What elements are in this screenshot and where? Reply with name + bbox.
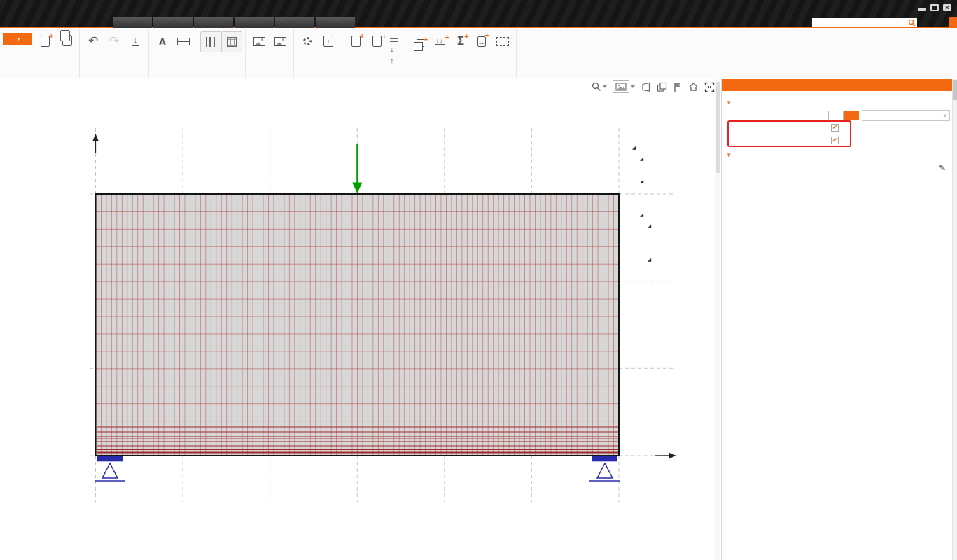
create-template-button[interactable] bbox=[345, 31, 366, 51]
template-manager-button[interactable] bbox=[390, 33, 400, 43]
tree-expander-icon[interactable]: ◢ bbox=[632, 142, 636, 153]
dimension-lines-button[interactable] bbox=[173, 31, 194, 51]
ribbon-tabs bbox=[113, 17, 355, 28]
image-view-button[interactable] bbox=[613, 80, 635, 93]
tab-report[interactable] bbox=[275, 17, 314, 28]
template-open-button[interactable]: ↑ bbox=[390, 55, 400, 66]
tree-item-members[interactable]: ◢ bbox=[629, 154, 716, 165]
uls-toggle-button[interactable] bbox=[828, 111, 844, 120]
detail-canvas[interactable] bbox=[0, 79, 721, 560]
ribbon-group-project-items: ▾ bbox=[0, 29, 80, 78]
search-input[interactable] bbox=[813, 18, 908, 27]
load-arrow-head[interactable] bbox=[352, 183, 363, 194]
info-button[interactable] bbox=[949, 17, 957, 28]
tree-expander-icon[interactable]: ◢ bbox=[648, 220, 651, 232]
manager-list-icon bbox=[390, 35, 398, 42]
minimize-icon[interactable] bbox=[918, 4, 926, 11]
tree-item-drm2[interactable]: ◢ bbox=[629, 143, 716, 154]
tab-tools[interactable] bbox=[194, 17, 233, 28]
tree-expander-icon[interactable]: ◢ bbox=[640, 209, 643, 220]
gallery-button[interactable] bbox=[270, 31, 291, 51]
model-entity-button[interactable] bbox=[408, 31, 429, 51]
perspective-icon bbox=[641, 82, 651, 92]
project-item-selector[interactable]: ▾ bbox=[3, 33, 32, 45]
tree-item-supports[interactable]: ◢ bbox=[629, 176, 716, 188]
template-save-button[interactable]: ↓ bbox=[390, 44, 400, 55]
limit-state-section-header[interactable]: ∨ bbox=[727, 99, 950, 106]
edit-pencil-icon[interactable]: ✎ bbox=[939, 163, 946, 173]
properties-header bbox=[722, 79, 957, 91]
grid-toggle-button[interactable] bbox=[221, 31, 242, 52]
tree-item-lc2[interactable] bbox=[629, 244, 716, 255]
scrollbar-thumb[interactable] bbox=[953, 80, 957, 100]
new-project-item-button[interactable] bbox=[34, 31, 55, 51]
load-case-button[interactable]: ↓↓ bbox=[429, 31, 450, 51]
support-left[interactable] bbox=[95, 456, 125, 481]
idea-statica-detail-window: × ▾ bbox=[0, 0, 957, 560]
new-picture-button[interactable] bbox=[249, 31, 270, 51]
rebar-assembly-button[interactable]: •• bbox=[471, 31, 492, 51]
tree-expander-icon[interactable]: ◢ bbox=[648, 254, 651, 265]
ribbon-group-label bbox=[405, 77, 516, 78]
redo-icon: ↷ bbox=[109, 36, 119, 47]
combination-button[interactable]: Σ bbox=[450, 31, 471, 51]
ribbon: ▾ ↶ ↷ ↓ bbox=[0, 29, 957, 78]
crack-width-checkbox[interactable] bbox=[831, 124, 839, 132]
dxf-import-button[interactable] bbox=[492, 31, 513, 51]
member-names-button[interactable]: A bbox=[152, 31, 173, 51]
combination-section-header[interactable]: ∨ bbox=[727, 152, 950, 158]
tree-expander-icon[interactable]: ◢ bbox=[640, 153, 643, 164]
tree-item-ps2[interactable] bbox=[629, 199, 716, 210]
calculate-button[interactable]: ± bbox=[318, 31, 339, 51]
flag-tool-button[interactable] bbox=[673, 82, 683, 92]
save-button[interactable]: ↓ bbox=[125, 31, 146, 51]
tree-item-load-cases[interactable]: ◢ bbox=[629, 221, 716, 232]
concrete-member[interactable] bbox=[96, 194, 620, 456]
apply-template-button[interactable] bbox=[366, 31, 387, 51]
tab-design[interactable] bbox=[153, 17, 193, 28]
properties-scrollbar[interactable] bbox=[952, 79, 957, 560]
new-document-icon bbox=[41, 36, 50, 47]
rebars-icon bbox=[206, 37, 216, 47]
cube-icon bbox=[417, 39, 424, 47]
tree-item-uls-combinations[interactable]: ◢ bbox=[629, 255, 716, 266]
canvas-scrollbar[interactable] bbox=[715, 79, 720, 560]
copy-icon bbox=[60, 35, 72, 48]
zoom-icon bbox=[592, 82, 601, 92]
close-icon[interactable]: × bbox=[943, 4, 951, 11]
zoom-fit-button[interactable] bbox=[704, 82, 715, 92]
support-right[interactable] bbox=[589, 456, 620, 481]
deflection-checkbox[interactable] bbox=[831, 136, 839, 144]
rebars-toggle-button[interactable] bbox=[200, 31, 221, 52]
properties-panel: ∨ ∨ bbox=[721, 79, 957, 560]
perspective-view-button[interactable] bbox=[641, 82, 651, 92]
zoom-tool-button[interactable] bbox=[592, 82, 607, 92]
tree-item-loads-and-combin[interactable]: ◢ bbox=[629, 210, 716, 221]
tree-item-ps1[interactable] bbox=[629, 188, 716, 199]
layers-view-button[interactable] bbox=[657, 82, 667, 92]
limit-state-dropdown[interactable]: ∨ bbox=[862, 110, 950, 121]
tab-materials[interactable] bbox=[316, 17, 355, 28]
grid-icon bbox=[227, 37, 237, 47]
zoom-fit-icon bbox=[704, 82, 715, 92]
sls-toggle-button[interactable] bbox=[844, 111, 859, 120]
settings-button[interactable] bbox=[297, 31, 318, 51]
ribbon-group-label bbox=[80, 77, 148, 78]
undo-button[interactable]: ↶ bbox=[83, 31, 104, 51]
scrollbar-thumb[interactable] bbox=[716, 82, 720, 173]
ribbon-group-pictures bbox=[246, 29, 294, 78]
sigma-icon: Σ bbox=[457, 36, 464, 47]
ribbon-group-label bbox=[0, 77, 79, 78]
copy-project-item-button[interactable] bbox=[55, 31, 76, 51]
project-tree: ◢◢◢◢◢◢ bbox=[629, 143, 716, 266]
home-view-button[interactable] bbox=[688, 82, 699, 92]
tab-check[interactable] bbox=[235, 17, 274, 28]
tree-expander-icon[interactable]: ◢ bbox=[640, 176, 643, 187]
ribbon-group-draw bbox=[197, 29, 246, 78]
tree-item-w1[interactable] bbox=[629, 165, 716, 176]
rebar-assembly-icon: •• bbox=[477, 36, 486, 47]
search-icon[interactable] bbox=[908, 19, 916, 27]
tab-project[interactable] bbox=[113, 17, 152, 28]
tree-item-lc1[interactable] bbox=[629, 232, 716, 244]
maximize-icon[interactable] bbox=[930, 4, 939, 11]
